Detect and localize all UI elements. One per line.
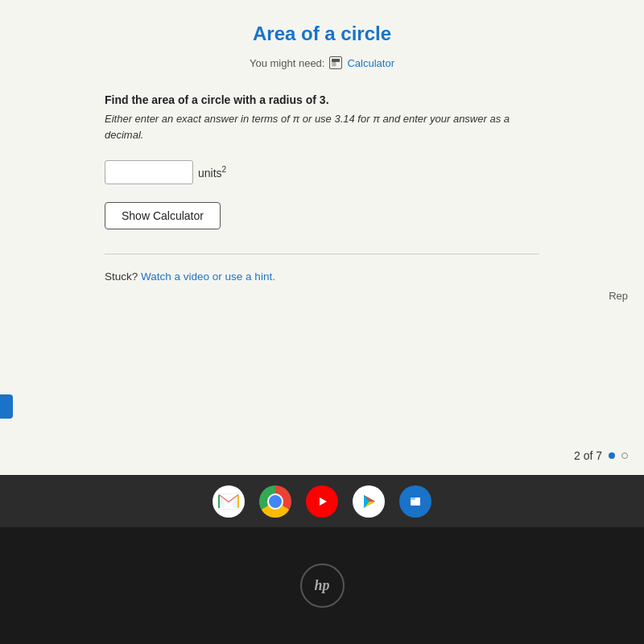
svg-rect-12 xyxy=(411,497,415,500)
stuck-link[interactable]: Watch a video or use a hint. xyxy=(141,270,275,283)
units-label: units2 xyxy=(198,165,226,180)
youtube-icon[interactable] xyxy=(306,485,338,518)
answer-row: units2 xyxy=(105,160,539,184)
calculator-row: You might need: Calculator xyxy=(105,56,539,69)
bottom-bar: hp xyxy=(0,527,644,644)
problem-bold: Find the area of a circle with a radius … xyxy=(105,93,539,106)
left-tab[interactable] xyxy=(0,394,13,419)
stuck-text: Stuck? xyxy=(105,270,138,283)
stuck-row: Stuck? Watch a video or use a hint. xyxy=(105,270,539,283)
chrome-icon[interactable] xyxy=(259,485,291,518)
page-counter-text: 2 of 7 xyxy=(574,449,602,462)
answer-input[interactable] xyxy=(105,160,193,184)
page-area: Area of a circle You might need: Calcula… xyxy=(0,0,644,475)
show-calculator-button[interactable]: Show Calculator xyxy=(105,202,221,229)
play-store-icon[interactable] xyxy=(353,485,385,518)
divider xyxy=(105,254,539,254)
calculator-label[interactable]: Calculator xyxy=(347,57,394,69)
page-title: Area of a circle xyxy=(105,23,539,45)
calculator-prompt: You might need: xyxy=(250,57,324,69)
dot-active xyxy=(609,452,615,459)
rep-button[interactable]: Rep xyxy=(609,290,628,302)
dot-inactive xyxy=(621,452,628,459)
problem-italic: Either enter an exact answer in terms of… xyxy=(105,111,539,142)
gmail-icon[interactable] xyxy=(213,485,245,518)
page-counter: 2 of 7 xyxy=(574,449,628,462)
files-icon[interactable] xyxy=(399,485,431,518)
hp-logo: hp xyxy=(300,564,345,608)
screen-content: Area of a circle You might need: Calcula… xyxy=(0,0,644,475)
taskbar xyxy=(0,475,644,527)
calculator-icon xyxy=(329,56,342,69)
